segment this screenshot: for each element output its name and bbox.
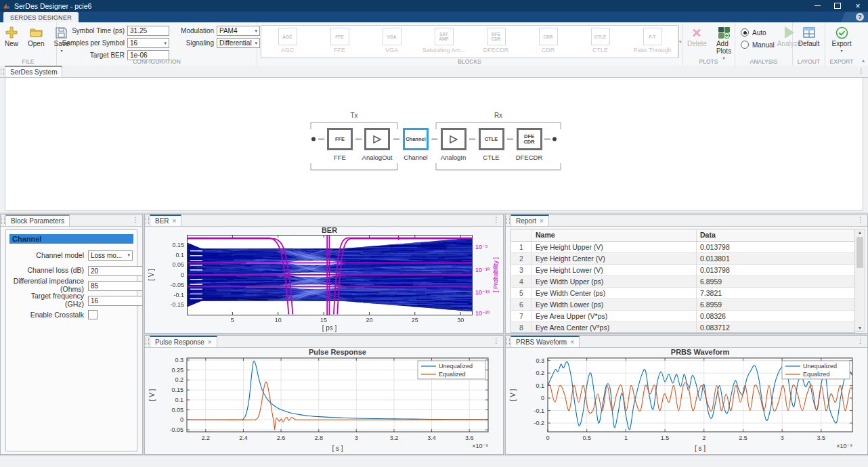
tab-close-icon[interactable]: ×	[208, 338, 212, 346]
diagram-block-analogin[interactable]	[441, 128, 466, 150]
scrollbar-thumb[interactable]	[856, 237, 863, 268]
help-band	[841, 12, 868, 22]
open-button[interactable]: Open	[23, 22, 49, 47]
report-header-index	[511, 229, 532, 241]
output-port-dot	[552, 137, 557, 141]
scroll-down-icon[interactable]: ▼	[858, 326, 863, 330]
report-scrollbar[interactable]: ▲ ▼	[854, 229, 865, 332]
delete-icon	[691, 25, 703, 40]
diagram-block-ctle[interactable]: CTLE	[479, 128, 504, 150]
ribbon-section-file: New Open Save ▾ FILE	[0, 22, 57, 66]
report-row[interactable]: 4Eye Width Upper (ps)6.8959	[511, 276, 854, 288]
diagram-block-analogout[interactable]	[364, 128, 390, 150]
report-row[interactable]: 1Eye Height Upper (V)0.013798	[511, 242, 854, 253]
block-parameters-form: Channel Channel modelLoss mo...▾Channel …	[5, 229, 137, 451]
param-enable-crosstalk-checkbox[interactable]	[88, 310, 97, 319]
serdes-system-panel: SerDes System ⋮ TxRxFFEFFEAnalogOutChann…	[0, 66, 868, 213]
config-modulation-select[interactable]: PAM4▾	[217, 26, 260, 36]
config-symbol-time-ps--input[interactable]	[127, 26, 169, 36]
panel-menu-icon[interactable]: ⋮	[493, 337, 500, 344]
panel-menu-icon[interactable]: ⋮	[857, 216, 864, 223]
tab-close-icon[interactable]: ×	[173, 217, 177, 225]
panel-menu-icon[interactable]: ⋮	[132, 216, 139, 223]
delete-plot-button: Delete	[682, 22, 712, 47]
collapse-ribbon-icon[interactable]: ▴	[862, 58, 865, 64]
report-panel: Report × ⋮ NameData1Eye Height Upper (V)…	[505, 214, 868, 334]
tab-block-parameters[interactable]: Block Parameters	[5, 215, 70, 226]
parameter-row: Target frequency (GHz)	[10, 292, 133, 307]
manual-radio[interactable]: Manual	[741, 41, 775, 49]
input-port-dot	[311, 137, 316, 141]
config-row: ModulationPAM4▾	[175, 26, 260, 36]
config-signaling-select[interactable]: Differential▾	[217, 38, 260, 48]
help-button[interactable]: ?	[856, 13, 864, 21]
svg-text:3: 3	[781, 435, 784, 441]
selected-block-header: Channel	[9, 234, 133, 244]
svg-text:0.2: 0.2	[536, 370, 544, 376]
tab-ber[interactable]: BER ×	[150, 215, 181, 226]
panel-grip[interactable]	[506, 338, 510, 345]
block-icon: VGA	[383, 28, 402, 45]
tab-serdes-designer[interactable]: SERDES DESIGNER	[3, 12, 79, 22]
svg-text:3.2: 3.2	[390, 435, 399, 441]
report-row[interactable]: 3Eye Height Lower (V)0.013798	[511, 265, 854, 276]
svg-text:2.8: 2.8	[314, 435, 323, 441]
add-plots-button[interactable]: Add Plots ▾	[712, 22, 736, 60]
report-row[interactable]: 6Eye Width Lower (ps)6.8959	[511, 299, 854, 311]
minimize-button[interactable]	[807, 0, 827, 12]
auto-radio[interactable]: Auto	[741, 28, 775, 37]
serdes-diagram: TxRxFFEFFEAnalogOutChannelChannelAnalogI…	[5, 78, 863, 210]
diagram-block-ffe[interactable]: FFE	[327, 128, 353, 150]
tab-pulse-response[interactable]: Pulse Response ×	[150, 336, 217, 347]
svg-text:0.1: 0.1	[175, 397, 183, 403]
export-dropdown-icon[interactable]: ▾	[840, 48, 842, 53]
block-gallery-label: VGA	[385, 47, 398, 53]
default-layout-button[interactable]: Default	[794, 22, 825, 47]
export-button[interactable]: Export ▾	[827, 22, 856, 53]
param-channel-loss-db--input[interactable]	[88, 266, 142, 276]
config-samples-per-symbol-select[interactable]: 16▾	[127, 38, 169, 48]
param-differential-impedance-ohms--input[interactable]	[88, 281, 142, 291]
gallery-dropdown-icon[interactable]: ▾	[678, 26, 682, 58]
tab-serdes-system[interactable]: SerDes System	[5, 66, 62, 77]
ribbon-section-configuration: Symbol Time (ps)Samples per Symbol16▾Tar…	[57, 22, 257, 66]
default-layout-icon	[803, 25, 815, 40]
restore-button[interactable]	[827, 0, 848, 12]
panel-grip[interactable]	[146, 338, 149, 345]
export-section-label: EXPORT	[825, 58, 858, 65]
svg-text:2: 2	[702, 435, 706, 441]
tab-report[interactable]: Report ×	[511, 215, 549, 226]
tab-prbs-waveform[interactable]: PRBS Waveform ×	[511, 336, 580, 347]
report-row-data: 0.08326	[697, 311, 854, 321]
report-row-name: Eye Area Center (V*ps)	[532, 322, 697, 333]
config-row: SignalingDifferential▾	[175, 38, 260, 48]
scroll-up-icon[interactable]: ▲	[858, 230, 863, 235]
block-parameters-panel: Block Parameters ⋮ Channel Channel model…	[0, 214, 143, 455]
block-gallery-item-ctle: CTLECTLE	[574, 26, 626, 58]
block-gallery-label: CTLE	[592, 47, 608, 53]
param-channel-model-select[interactable]: Loss mo...▾	[88, 250, 133, 261]
configuration-left-fields: Symbol Time (ps)Samples per Symbol16▾Tar…	[60, 26, 169, 60]
report-row[interactable]: 8Eye Area Center (V*ps)0.083712	[511, 322, 854, 333]
report-row[interactable]: 7Eye Area Upper (V*ps)0.08326	[511, 311, 854, 322]
report-row-name: Eye Height Center (V)	[532, 253, 697, 264]
report-row[interactable]: 5Eye Width Center (ps)7.3821	[511, 288, 854, 299]
tab-close-icon[interactable]: ×	[570, 338, 574, 346]
param-target-frequency-ghz--input[interactable]	[88, 296, 142, 306]
parameter-label: Enable Crosstalk	[10, 311, 88, 319]
tab-close-icon[interactable]: ×	[540, 217, 544, 225]
panel-menu-icon[interactable]: ⋮	[493, 216, 500, 223]
panel-grip[interactable]	[1, 68, 4, 75]
report-row[interactable]: 2Eye Height Center (V)0.013801	[511, 253, 854, 265]
panel-menu-icon[interactable]: ⋮	[858, 67, 865, 74]
panel-menu-icon[interactable]: ⋮	[857, 337, 864, 344]
diagram-block-channel[interactable]: Channel	[403, 128, 429, 150]
close-button[interactable]: ×	[848, 0, 868, 12]
report-row-data: 0.013798	[697, 265, 854, 275]
panel-grip[interactable]	[1, 217, 5, 224]
y-axis-label: [ V ]	[509, 388, 517, 401]
new-button[interactable]: New	[0, 22, 23, 47]
panel-grip[interactable]	[506, 217, 510, 224]
panel-grip[interactable]	[146, 217, 149, 224]
diagram-block-dfecdr[interactable]: DFECDR	[517, 128, 542, 150]
